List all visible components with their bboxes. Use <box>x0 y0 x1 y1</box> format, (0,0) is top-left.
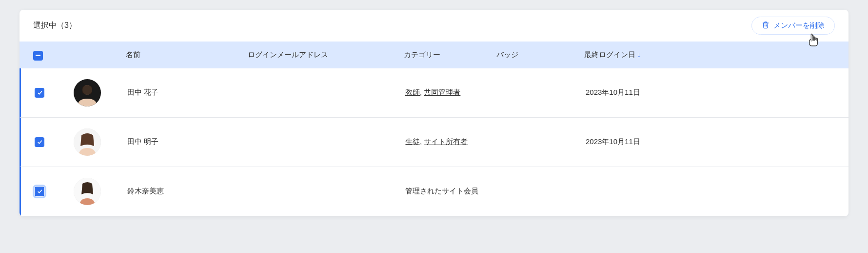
avatar <box>74 128 101 156</box>
last-login: 2023年10月11日 <box>586 88 835 97</box>
select-all-checkbox[interactable] <box>33 51 43 61</box>
sort-desc-icon: ↓ <box>637 50 641 59</box>
column-name[interactable]: 名前 <box>126 50 248 60</box>
category-link[interactable]: 共同管理者 <box>424 88 460 96</box>
column-last-login[interactable]: 最終ログイン日↓ <box>584 50 835 60</box>
avatar <box>74 79 101 106</box>
toolbar: 選択中（3） メンバーを削除 <box>20 10 848 42</box>
email-redacted <box>249 81 361 105</box>
delete-button-label: メンバーを削除 <box>773 21 825 30</box>
row-checkbox[interactable] <box>35 187 44 196</box>
table-row[interactable]: 田中 花子 教師, 共同管理者 2023年10月11日 <box>20 68 848 118</box>
member-name: 田中 花子 <box>127 88 249 97</box>
delete-members-button[interactable]: メンバーを削除 <box>751 17 835 35</box>
selection-count-label: 選択中（3） <box>33 21 77 31</box>
member-categories: 生徒, サイト所有者 <box>405 137 498 147</box>
email-redacted <box>249 180 361 203</box>
category-link[interactable]: サイト所有者 <box>424 137 468 146</box>
category-link[interactable]: 教師 <box>405 88 420 96</box>
column-badge[interactable]: バッジ <box>496 50 584 60</box>
table-row[interactable]: 田中 明子 生徒, サイト所有者 2023年10月11日 <box>20 118 848 167</box>
category-text: 管理されたサイト会員 <box>405 187 478 195</box>
column-category[interactable]: カテゴリー <box>404 50 496 60</box>
column-email[interactable]: ログインメールアドレス <box>248 50 404 60</box>
row-checkbox[interactable] <box>35 88 44 98</box>
table-header: 名前 ログインメールアドレス カテゴリー バッジ 最終ログイン日↓ <box>20 42 848 68</box>
table-row[interactable]: 鈴木奈美恵 管理されたサイト会員 <box>20 167 848 216</box>
member-name: 田中 明子 <box>127 137 249 147</box>
trash-icon <box>762 21 769 30</box>
member-categories: 管理されたサイト会員 <box>405 187 498 196</box>
category-link[interactable]: 生徒 <box>405 137 420 146</box>
avatar <box>74 178 101 205</box>
members-panel: 選択中（3） メンバーを削除 名前 ログインメールアドレス カテゴリー バッジ … <box>20 10 848 216</box>
member-name: 鈴木奈美恵 <box>127 187 249 196</box>
member-categories: 教師, 共同管理者 <box>405 88 498 97</box>
row-checkbox[interactable] <box>35 137 44 147</box>
email-redacted <box>249 130 361 154</box>
last-login: 2023年10月11日 <box>586 137 835 147</box>
